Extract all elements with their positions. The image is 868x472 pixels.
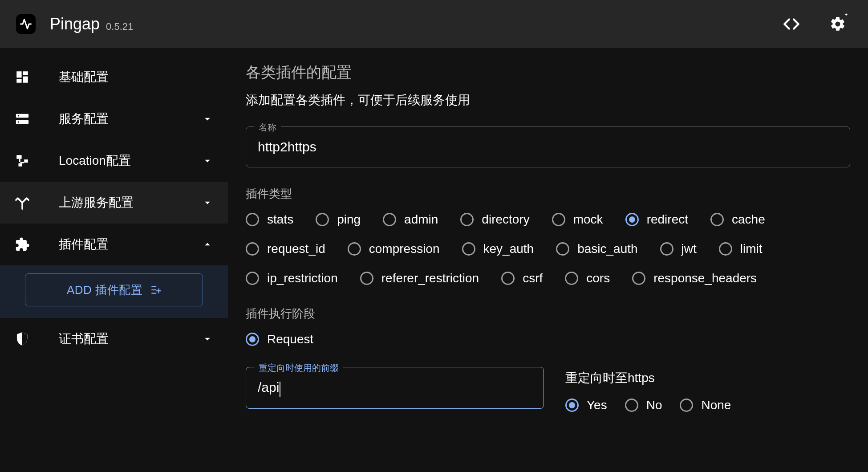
tree-icon [12, 153, 32, 168]
sidebar-item-label: 证书配置 [59, 330, 201, 347]
radio-circle-icon [680, 399, 693, 412]
prefix-field-wrap: 重定向时使用的前缀 /api [246, 367, 544, 409]
radio-label: basic_auth [577, 242, 637, 256]
topbar: Pingap 0.5.21 [0, 0, 868, 48]
sidebar-item-basic-config[interactable]: 基础配置 [0, 56, 228, 98]
plugin-type-option-csrf[interactable]: csrf [501, 271, 543, 285]
sidebar-item-label: 服务配置 [59, 110, 201, 127]
radio-label: response_headers [653, 271, 757, 285]
name-field-legend: 名称 [254, 122, 281, 134]
sidebar: 基础配置 服务配置 Location配置 上游服务配置 [0, 48, 228, 472]
radio-label: request_id [267, 242, 325, 256]
fork-icon [12, 195, 32, 210]
https-option-no[interactable]: No [625, 398, 662, 412]
radio-circle-icon [660, 242, 673, 256]
add-icon [150, 284, 161, 296]
radio-circle-icon [552, 213, 565, 226]
radio-circle-icon [383, 213, 396, 226]
radio-circle-icon [632, 272, 645, 285]
plugin-type-option-directory[interactable]: directory [460, 212, 529, 227]
radio-label: key_auth [483, 242, 534, 256]
sidebar-item-label: 上游服务配置 [59, 194, 201, 211]
svg-rect-1 [23, 71, 28, 75]
plugin-type-option-redirect[interactable]: redirect [625, 212, 688, 227]
radio-circle-icon [556, 242, 569, 256]
plugin-type-option-ip_restriction[interactable]: ip_restriction [246, 271, 338, 285]
plugin-type-option-admin[interactable]: admin [383, 212, 438, 227]
sidebar-item-server-config[interactable]: 服务配置 [0, 98, 228, 140]
radio-circle-icon [360, 272, 373, 285]
https-radio-group: YesNoNone [565, 398, 731, 412]
radio-label: cors [586, 271, 610, 285]
text-cursor [280, 382, 280, 397]
radio-label: stats [267, 212, 293, 227]
server-icon [12, 111, 32, 126]
chevron-down-icon [201, 155, 215, 167]
plugin-type-option-mock[interactable]: mock [552, 212, 603, 227]
plugin-type-radio-group: statspingadmindirectorymockredirectcache… [246, 212, 850, 285]
plugin-type-option-compression[interactable]: compression [348, 242, 440, 256]
plugin-type-option-stats[interactable]: stats [246, 212, 293, 227]
https-option-none[interactable]: None [680, 398, 731, 412]
prefix-field-legend: 重定向时使用的前缀 [254, 362, 343, 374]
sidebar-item-label: 插件配置 [59, 236, 201, 253]
radio-circle-icon [565, 272, 578, 285]
chevron-down-icon [201, 113, 215, 125]
settings-icon[interactable] [823, 10, 852, 38]
code-icon[interactable] [777, 10, 806, 38]
plugin-type-option-cache[interactable]: cache [710, 212, 765, 227]
plugin-stage-option-request[interactable]: Request [246, 332, 313, 346]
plugin-stage-label: 插件执行阶段 [246, 306, 850, 321]
radio-label: compression [369, 242, 440, 256]
radio-circle-icon [625, 399, 638, 412]
plugin-type-option-jwt[interactable]: jwt [660, 242, 697, 256]
radio-label: None [701, 398, 731, 412]
plugin-type-option-basic_auth[interactable]: basic_auth [556, 242, 637, 256]
radio-circle-icon [246, 213, 259, 226]
sidebar-item-upstream-config[interactable]: 上游服务配置 [0, 182, 228, 224]
chevron-up-icon [201, 238, 215, 251]
chevron-down-icon [201, 333, 215, 345]
plugin-type-option-ping[interactable]: ping [316, 212, 361, 227]
name-field-wrap: 名称 [246, 126, 850, 167]
shield-icon [12, 331, 32, 346]
app-name: Pingap [50, 15, 100, 33]
plugin-stage-radio-group: Request [246, 332, 850, 346]
plugin-type-option-response_headers[interactable]: response_headers [632, 271, 757, 285]
radio-circle-icon [348, 242, 361, 256]
radio-label: mock [573, 212, 603, 227]
name-input[interactable] [258, 139, 838, 155]
radio-circle-icon [246, 272, 259, 285]
sidebar-add-plugin-wrap: ADD 插件配置 [0, 265, 228, 318]
page-title: 各类插件的配置 [246, 62, 850, 83]
sidebar-item-plugin-config[interactable]: 插件配置 [0, 224, 228, 265]
sidebar-item-label: Location配置 [59, 152, 201, 169]
plugin-type-option-request_id[interactable]: request_id [246, 242, 325, 256]
svg-rect-9 [24, 159, 28, 163]
app-version: 0.5.21 [106, 21, 133, 33]
plugin-type-option-limit[interactable]: limit [719, 242, 763, 256]
add-plugin-button-label: ADD 插件配置 [67, 282, 142, 298]
https-option-yes[interactable]: Yes [565, 398, 607, 412]
sidebar-item-cert-config[interactable]: 证书配置 [0, 318, 228, 360]
radio-label: Yes [587, 398, 607, 412]
radio-label: directory [482, 212, 529, 227]
radio-circle-icon [719, 242, 732, 256]
radio-circle-icon [462, 242, 475, 256]
svg-rect-10 [19, 163, 23, 167]
plugin-type-option-referer_restriction[interactable]: referer_restriction [360, 271, 479, 285]
radio-circle-icon [246, 242, 259, 256]
radio-circle-icon [501, 272, 515, 285]
prefix-input[interactable]: /api [258, 380, 532, 396]
radio-circle-icon [565, 399, 579, 412]
sidebar-item-location-config[interactable]: Location配置 [0, 140, 228, 182]
radio-circle-icon [710, 213, 724, 226]
svg-rect-3 [16, 79, 21, 83]
plugin-type-option-cors[interactable]: cors [565, 271, 610, 285]
svg-point-6 [18, 115, 19, 116]
radio-label: cache [732, 212, 765, 227]
radio-label: jwt [681, 242, 697, 256]
svg-point-7 [18, 121, 19, 122]
plugin-type-option-key_auth[interactable]: key_auth [462, 242, 534, 256]
add-plugin-button[interactable]: ADD 插件配置 [25, 273, 203, 306]
